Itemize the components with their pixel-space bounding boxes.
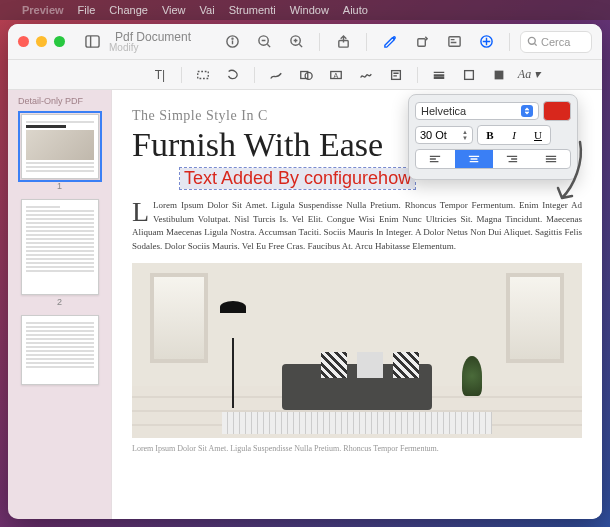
font-family-select[interactable]: Helvetica: [415, 102, 539, 120]
image-caption: Lorem Ipsum Dolor Sit Amet. Ligula Suspe…: [132, 444, 582, 453]
font-size-field[interactable]: 30 Ot ▲▼: [415, 126, 473, 144]
menu-tools[interactable]: Strumenti: [229, 4, 276, 16]
zoom-window-button[interactable]: [54, 36, 65, 47]
align-left-button[interactable]: [416, 150, 455, 168]
menu-go[interactable]: Vai: [200, 4, 215, 16]
menu-window[interactable]: Window: [290, 4, 329, 16]
zoom-in-button[interactable]: [283, 30, 309, 54]
markup-toolbar: T| A Aa ▾: [8, 60, 602, 90]
lasso-tool[interactable]: [221, 64, 245, 86]
sketch-tool[interactable]: [264, 64, 288, 86]
page-thumb-3[interactable]: [21, 315, 99, 385]
page-thumb-1[interactable]: [21, 114, 99, 179]
highlight-button[interactable]: [473, 30, 499, 54]
search-field[interactable]: Cerca: [520, 31, 592, 53]
thumb-num-2: 2: [8, 297, 111, 307]
sidebar-title: Detail-Only PDF: [8, 96, 111, 110]
svg-rect-33: [495, 70, 504, 79]
document-subtitle: Modify: [109, 43, 195, 53]
page-hero-image: [132, 263, 582, 438]
svg-rect-32: [465, 70, 474, 79]
svg-rect-15: [448, 37, 459, 46]
note-tool[interactable]: [384, 64, 408, 86]
svg-point-23: [305, 72, 312, 79]
svg-line-9: [299, 44, 302, 47]
thumb-num-1: 1: [8, 181, 111, 191]
menu-help[interactable]: Aiuto: [343, 4, 368, 16]
align-justify-button[interactable]: [532, 150, 571, 168]
align-center-button[interactable]: [455, 150, 494, 168]
chevron-updown-icon: [521, 105, 533, 117]
sidebar-toggle-button[interactable]: [79, 30, 105, 54]
form-button[interactable]: [441, 30, 467, 54]
added-text-annotation[interactable]: Text Added By configurehow: [180, 168, 415, 189]
menu-file[interactable]: File: [78, 4, 96, 16]
zoom-out-button[interactable]: [251, 30, 277, 54]
underline-button[interactable]: U: [526, 126, 550, 144]
menu-view[interactable]: View: [162, 4, 186, 16]
page-view[interactable]: The Simple Style In C Furnish With Ease …: [112, 90, 602, 519]
stroke-style-tool[interactable]: [427, 64, 451, 86]
content-area: Detail-Only PDF 1 2 The Simple Style In …: [8, 90, 602, 519]
svg-text:A: A: [333, 71, 338, 78]
markup-toggle-button[interactable]: [377, 30, 403, 54]
svg-point-4: [232, 38, 233, 39]
search-icon: [527, 36, 538, 47]
font-size-stepper[interactable]: ▲▼: [462, 129, 468, 141]
border-color-tool[interactable]: [457, 64, 481, 86]
window-titlebar: Pdf Document Modify Cerca: [8, 24, 602, 60]
minimize-window-button[interactable]: [36, 36, 47, 47]
font-style-segmented: B I U: [477, 125, 551, 145]
font-size-value: 30 Ot: [420, 129, 447, 141]
svg-rect-0: [85, 36, 98, 47]
svg-rect-14: [417, 39, 425, 47]
text-color-swatch[interactable]: [543, 101, 571, 121]
preview-window: Pdf Document Modify Cerca T| A: [8, 24, 602, 519]
shapes-tool[interactable]: [294, 64, 318, 86]
align-right-button[interactable]: [493, 150, 532, 168]
rect-select-tool[interactable]: [191, 64, 215, 86]
font-family-value: Helvetica: [421, 105, 466, 117]
thumbnail-sidebar: Detail-Only PDF 1 2: [8, 90, 112, 519]
close-window-button[interactable]: [18, 36, 29, 47]
page-body-text: LLorem Ipsum Dolor Sit Amet. Ligula Susp…: [132, 199, 582, 253]
info-button[interactable]: [219, 30, 245, 54]
text-style-popover: Helvetica 30 Ot ▲▼ B I U: [408, 94, 578, 180]
text-align-segmented: [415, 149, 571, 169]
text-tool[interactable]: A: [324, 64, 348, 86]
text-select-tool[interactable]: T|: [148, 64, 172, 86]
italic-button[interactable]: I: [502, 126, 526, 144]
svg-point-13: [393, 37, 395, 39]
svg-rect-26: [392, 70, 401, 79]
svg-line-20: [535, 44, 537, 46]
share-button[interactable]: [330, 30, 356, 54]
search-placeholder: Cerca: [541, 36, 570, 48]
system-menubar: Preview File Change View Vai Strumenti W…: [0, 0, 610, 20]
svg-point-19: [528, 37, 535, 44]
document-title: Pdf Document: [115, 31, 191, 43]
svg-line-6: [267, 44, 270, 47]
menubar-app-name[interactable]: Preview: [22, 4, 64, 16]
rotate-button[interactable]: [409, 30, 435, 54]
fill-color-tool[interactable]: [487, 64, 511, 86]
text-style-tool[interactable]: Aa ▾: [517, 64, 541, 86]
svg-rect-21: [198, 71, 209, 78]
menu-edit[interactable]: Change: [109, 4, 148, 16]
sign-tool[interactable]: [354, 64, 378, 86]
page-thumb-2[interactable]: [21, 199, 99, 295]
bold-button[interactable]: B: [478, 126, 502, 144]
traffic-lights: [18, 36, 65, 47]
